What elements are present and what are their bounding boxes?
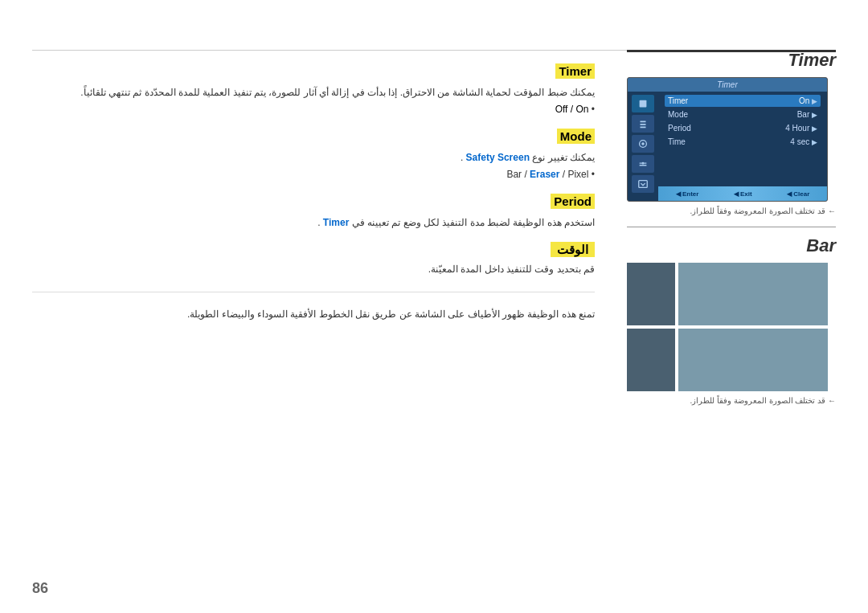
menu-item-time: Time 4 sec ▶	[665, 136, 821, 148]
time-section: الوقت قم بتحديد وقت للتنفيذ داخل المدة ا…	[32, 243, 595, 277]
svg-point-2	[641, 142, 645, 145]
timer-icon-2	[632, 115, 654, 133]
timer-icon-5	[632, 175, 654, 193]
timer-ui-content: Timer On ▶ Mode Bar ▶ Period 4 Hour ▶ Ti…	[628, 92, 827, 194]
mode-bullet: Bar / Eraser / Pixel	[32, 169, 595, 180]
timer-bullet: Off / On	[32, 104, 595, 115]
menu-item-timer: Timer On ▶	[665, 95, 821, 107]
timer-ui-header: Timer	[628, 78, 827, 92]
bar-cell-1	[627, 263, 675, 325]
timer-description: يمكنك ضبط المؤقت لحماية الشاشة من الاحتر…	[32, 85, 595, 100]
menu-item-mode: Mode Bar ▶	[665, 108, 821, 121]
bar-cell-3	[627, 329, 675, 391]
right-panel: Timer Timer	[627, 50, 836, 581]
mode-section: Mode يمكنك تغيير نوع Safety Screen . Bar…	[32, 129, 595, 180]
period-timer-highlight: Timer	[323, 217, 349, 228]
right-timer-title: Timer	[627, 50, 836, 71]
menu-item-period: Period 4 Hour ▶	[665, 122, 821, 134]
period-label: Period	[551, 194, 595, 209]
mode-label: Mode	[557, 129, 595, 144]
period-description: استخدم هذه الوظيفة لضبط مدة التنفيذ لكل …	[32, 215, 595, 231]
timer-icon-4	[632, 155, 654, 173]
page-number: 86	[32, 580, 48, 597]
period-heading: Period	[32, 194, 595, 209]
bar-visual	[627, 263, 828, 391]
footer-exit: ◀ Exit	[734, 190, 752, 198]
right-bar-title: Bar	[627, 235, 836, 256]
timer-heading: Timer	[32, 64, 595, 79]
timer-note: ← قد تختلف الصورة المعروضة وفقاً للطراز.	[627, 206, 836, 215]
timer-icon-3	[632, 135, 654, 153]
right-divider	[627, 227, 836, 227]
timer-section: Timer يمكنك ضبط المؤقت لحماية الشاشة من …	[32, 64, 595, 115]
safety-screen-highlight: Safety Screen	[466, 152, 530, 163]
bar-note: ← قد تختلف الصورة المعروضة وفقاً للطراز.	[627, 396, 836, 405]
mode-heading: Mode	[32, 129, 595, 144]
time-heading: الوقت	[32, 243, 595, 257]
svg-rect-4	[639, 181, 648, 188]
time-label: الوقت	[551, 242, 595, 257]
bar-description: تمنع هذه الوظيفة ظهور الأطياف على الشاشة…	[32, 307, 595, 322]
left-panel: Timer يمكنك ضبط المؤقت لحماية الشاشة من …	[32, 50, 595, 581]
period-section: Period استخدم هذه الوظيفة لضبط مدة التنف…	[32, 194, 595, 231]
timer-ui-menu: Timer On ▶ Mode Bar ▶ Period 4 Hour ▶ Ti…	[658, 92, 827, 194]
time-description: قم بتحديد وقت للتنفيذ داخل المدة المعيّن…	[32, 262, 595, 277]
bar-cell-4	[678, 329, 828, 391]
timer-ui-mockup: Timer	[627, 77, 828, 202]
svg-point-3	[642, 162, 645, 165]
timer-ui-sidebar	[628, 92, 658, 194]
timer-label: Timer	[555, 63, 595, 79]
footer-clear: ◀ Clear	[787, 190, 809, 198]
timer-ui-footer: ◀ Enter ◀ Exit ◀ Clear	[658, 186, 827, 201]
footer-enter: ◀ Enter	[676, 190, 699, 198]
mode-description: يمكنك تغيير نوع Safety Screen .	[32, 150, 595, 166]
bar-left-section: تمنع هذه الوظيفة ظهور الأطياف على الشاشة…	[32, 307, 595, 322]
bar-cell-2	[678, 263, 828, 325]
svg-rect-0	[640, 100, 647, 108]
timer-icon-1	[632, 95, 654, 112]
section-divider	[32, 292, 595, 292]
